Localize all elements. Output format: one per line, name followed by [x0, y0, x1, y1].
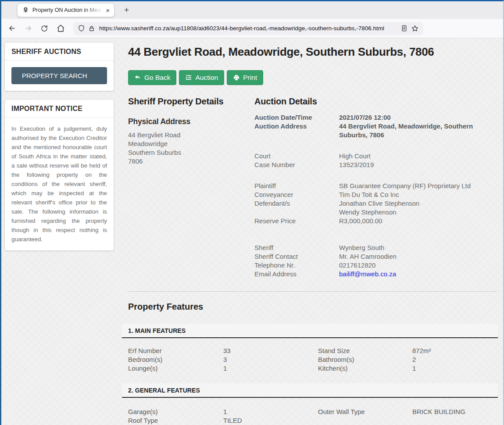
- defendant-value: Wendy Stephenson: [339, 208, 498, 217]
- feature-label: Kitchen(s): [318, 364, 412, 373]
- case-number-value: 13523/2019: [339, 161, 498, 169]
- print-button[interactable]: Print: [227, 70, 263, 85]
- auction-details-heading: Auction Details: [254, 96, 498, 107]
- address-line: Southern Suburbs: [128, 148, 254, 157]
- feature-value: BRICK BUILDING: [412, 407, 498, 416]
- site-favicon-icon: [22, 7, 29, 14]
- auction-details-column: Auction Details Auction Date/Time 2021/0…: [254, 96, 498, 279]
- physical-address-heading: Physical Address: [128, 117, 254, 126]
- page-content: SHERIFF AUCTIONS PROPERTY SEARCH IMPORTA…: [1, 38, 503, 425]
- browser-tab[interactable]: Property ON Auction in Meado ×: [17, 3, 114, 17]
- auction-button[interactable]: Auction: [179, 70, 224, 85]
- table-row: Erf Number 33 Stand Size 872m²: [128, 346, 498, 355]
- table-row: Roof Type TILED: [128, 416, 498, 425]
- auction-date-value: 2021/07/26 12:00: [339, 113, 498, 122]
- sheriff-label: Sheriff: [254, 243, 339, 252]
- sheriff-auctions-card: SHERIFF AUCTIONS PROPERTY SEARCH: [4, 42, 114, 91]
- feature-label: Bathroom(s): [318, 355, 412, 364]
- tab-bar: Property ON Auction in Meado × +: [1, 1, 503, 19]
- feature-value: [412, 416, 498, 425]
- feature-label: Erf Number: [128, 346, 223, 355]
- url-text[interactable]: https://www.sasheriff.co.za/aup11808/aid…: [99, 25, 384, 32]
- browser-window: Property ON Auction in Meado × + https:/…: [0, 0, 504, 425]
- defendant-values: Jonathan Clive Stephenson Wendy Stephens…: [339, 199, 498, 217]
- url-bar[interactable]: https://www.sasheriff.co.za/aup11808/aid…: [73, 22, 423, 35]
- auction-address-value: 44 Bergvliet Road, Meadowridge, Southern…: [339, 122, 498, 139]
- back-arrow-icon: [8, 24, 16, 32]
- important-notice-card: IMPORTANT NOTICE In Execution of a judge…: [4, 99, 114, 251]
- feature-value: TILED: [223, 416, 318, 425]
- new-tab-button[interactable]: +: [121, 4, 132, 16]
- shield-icon[interactable]: [78, 25, 85, 32]
- tab-title: Property ON Auction in Meado: [32, 7, 104, 13]
- feature-label: Bedroom(s): [128, 355, 223, 364]
- address-line: 7806: [128, 157, 254, 166]
- plaintiff-label: Plaintiff: [254, 182, 339, 190]
- defendant-label: Defendant/s: [254, 199, 339, 217]
- feature-value: 1: [223, 407, 318, 416]
- sheriff-contact-value: Mr. AH Camroodien: [339, 252, 498, 261]
- reply-arrow-icon: [134, 74, 141, 81]
- sheriff-group: Sheriff Wynberg South Sheriff Contact Mr…: [254, 243, 498, 279]
- bookmark-star-icon[interactable]: [411, 25, 419, 32]
- parties-group: Plaintiff SB Guarantee Company (RF) Prop…: [254, 182, 498, 225]
- auction-label: Auction: [195, 74, 218, 82]
- auction-list-icon: [185, 74, 192, 81]
- reader-mode-icon[interactable]: [400, 25, 408, 32]
- home-button[interactable]: [54, 22, 68, 35]
- email-label: Email Address: [254, 270, 339, 279]
- reserve-price-value: R3,000,000.00: [339, 217, 498, 225]
- back-button[interactable]: [5, 22, 19, 35]
- telephone-label: Telephone Nr.: [254, 261, 339, 270]
- property-details-column: Sheriff Property Details Physical Addres…: [128, 96, 254, 279]
- general-features-section-header: 2. GENERAL FEATURES: [122, 383, 498, 398]
- forward-arrow-icon: [24, 24, 32, 32]
- main-features-section-header: 1. MAIN FEATURES: [122, 324, 498, 338]
- table-row: Lounge(s) 1 Kitchen(s) 1: [128, 364, 498, 373]
- main-features-table: Erf Number 33 Stand Size 872m² Bedroom(s…: [128, 346, 498, 373]
- browser-toolbar: https://www.sasheriff.co.za/aup11808/aid…: [1, 19, 503, 38]
- feature-value: 2: [412, 355, 498, 364]
- email-link[interactable]: bailiff@mweb.co.za: [339, 270, 396, 278]
- feature-value: 3: [223, 355, 318, 364]
- go-back-label: Go Back: [144, 74, 170, 82]
- print-label: Print: [243, 74, 257, 82]
- forward-button[interactable]: [21, 22, 35, 35]
- case-number-label: Case Number: [254, 161, 339, 169]
- home-icon: [57, 24, 65, 32]
- sidebar: SHERIFF AUCTIONS PROPERTY SEARCH IMPORTA…: [1, 38, 116, 425]
- feature-label: Stand Size: [318, 346, 412, 355]
- conveyancer-value: Tim Du Toit & Co Inc: [339, 190, 498, 199]
- reload-icon: [40, 25, 48, 32]
- feature-label: Lounge(s): [128, 364, 223, 373]
- important-notice-text: In Execution of a judgement, duly author…: [11, 124, 107, 244]
- auction-when-where-group: Auction Date/Time 2021/07/26 12:00 Aucti…: [254, 113, 498, 139]
- court-group: Court High Court Case Number 13523/2019: [254, 152, 498, 169]
- conveyancer-label: Conveyancer: [254, 190, 339, 199]
- feature-value: 1: [223, 364, 318, 373]
- general-features-table: Garage(s) 1 Outer Wall Type BRICK BUILDI…: [128, 407, 498, 425]
- tab-close-icon[interactable]: ×: [104, 7, 111, 14]
- plaintiff-value: SB Guarantee Company (RF) Proprietary Lt…: [339, 182, 498, 190]
- telephone-value: 0217612820: [339, 261, 498, 270]
- go-back-button[interactable]: Go Back: [128, 70, 176, 85]
- lock-icon[interactable]: [88, 25, 95, 32]
- feature-label: [318, 416, 412, 425]
- sheriff-auctions-heading: SHERIFF AUCTIONS: [5, 43, 114, 61]
- feature-value: 872m²: [412, 346, 498, 355]
- table-row: Bedroom(s) 3 Bathroom(s) 2: [128, 355, 498, 364]
- feature-value: 33: [223, 346, 318, 355]
- court-value: High Court: [339, 152, 498, 161]
- court-label: Court: [254, 152, 339, 161]
- divider: [128, 291, 498, 292]
- property-details-heading: Sheriff Property Details: [128, 96, 254, 107]
- table-row: Garage(s) 1 Outer Wall Type BRICK BUILDI…: [128, 407, 498, 416]
- main-content: 44 Bergvliet Road, Meadowridge, Southern…: [116, 38, 503, 425]
- action-buttons: Go Back Auction Print: [128, 70, 498, 85]
- reload-button[interactable]: [37, 22, 51, 35]
- auction-date-label: Auction Date/Time: [254, 113, 339, 122]
- feature-label: Outer Wall Type: [318, 407, 412, 416]
- reserve-price-label: Reserve Price: [254, 217, 339, 225]
- property-search-button[interactable]: PROPERTY SEARCH: [11, 67, 107, 84]
- address-line: 44 Bergvliet Road: [128, 131, 254, 139]
